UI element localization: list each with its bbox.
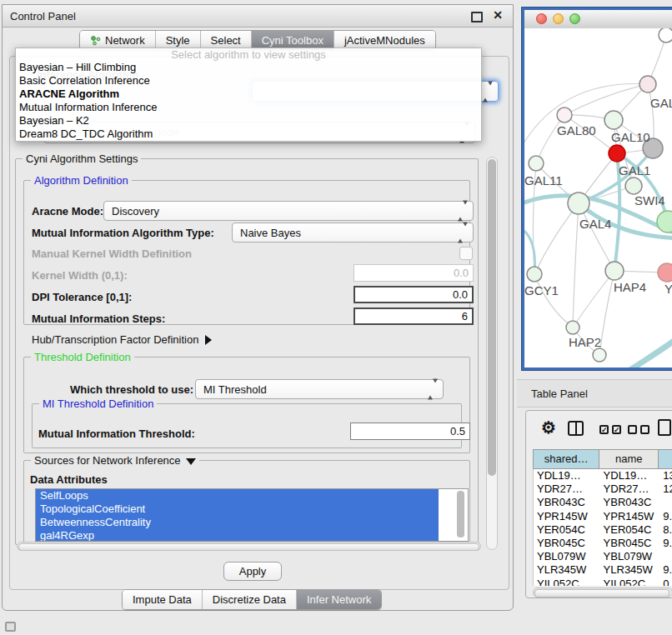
combo-stepper-icon [483,85,493,98]
checked-checkbox-icon[interactable]: ✓ [612,425,621,434]
table-row[interactable]: YLR345W YLR345W 9. [534,563,672,577]
node-label: HAP4 [614,280,646,294]
hub-definition-expander[interactable]: Hub/Transcription Factor Definition [32,333,212,346]
aracne-mode-combo[interactable]: Discovery [103,201,474,221]
kernel-width-label: Kernel Width (0,1): [32,269,128,282]
network-node[interactable] [604,111,623,129]
node-label: HAP2 [569,335,601,349]
scrollbar-thumb[interactable] [488,159,496,476]
algorithm-option-selected[interactable]: ARACNE Algorithm [16,88,481,101]
minimize-traffic-light-icon[interactable] [553,13,564,24]
close-icon[interactable]: ✕ [493,8,503,22]
scrollbar-thumb[interactable] [534,589,669,598]
network-node[interactable] [593,348,606,362]
tab-impute-data[interactable]: Impute Data [123,590,203,609]
table-horizontal-scrollbar[interactable] [533,588,672,598]
table-panel: ⚙ ✓ ✓ shared… name YDL19… YDL19… 13 YDR2… [525,410,672,598]
manual-kernel-checkbox[interactable] [459,247,473,260]
combo-stepper-icon [428,383,438,396]
list-item[interactable]: SelfLoops [36,489,439,502]
checked-checkbox-icon[interactable]: ✓ [599,425,609,434]
apply-button[interactable]: Apply [223,562,282,581]
network-view-window: GAL GAL80 GAL10 GAL1 GAL11 SWI4 GAL4 GCY… [521,7,672,371]
dpi-tolerance-label: DPI Tolerance [0,1]: [32,291,132,303]
node-label: GAL10 [611,130,650,144]
gear-icon[interactable]: ⚙ [541,418,556,438]
data-attributes-label: Data Attributes [30,473,108,486]
expand-arrow-icon [205,335,212,345]
network-node[interactable] [568,192,589,214]
algorithm-option[interactable]: Mutual Information Inference [16,101,481,114]
table-row[interactable]: YDR27… YDR27… 12 [534,482,672,496]
data-attributes-list: SelfLoops TopologicalCoefficient Between… [35,488,469,542]
screen: Control Panel ✕ Network Style Select Cyn… [0,0,672,635]
network-node[interactable] [639,76,656,92]
table-row[interactable]: YER054C YER054C 8. [534,523,672,537]
column-header[interactable]: name [599,450,659,468]
mi-type-combo[interactable]: Naive Bayes [232,222,474,242]
mi-type-label: Mutual Information Algorithm Type: [32,227,214,239]
mi-steps-label: Mutual Information Steps: [32,312,165,325]
close-traffic-light-icon[interactable] [536,13,547,24]
aracne-mode-label: Aracne Mode: [32,205,103,218]
table-row[interactable]: YBR043C YBR043C [534,496,672,509]
list-item[interactable]: gal4RGexp [36,529,439,542]
node-label: GAL1 [619,163,650,178]
network-window-titlebar [524,10,672,29]
network-node[interactable] [659,28,672,42]
tab-discretize-data[interactable]: Discretize Data [203,590,297,609]
column-header[interactable]: shared… [534,450,599,468]
node-label: GCY1 [524,283,559,298]
list-scrollbar[interactable] [457,491,464,538]
dpi-tolerance-field[interactable]: 0.0 [354,286,474,303]
node-label: GAL4 [579,217,611,231]
window-icon[interactable] [5,622,16,632]
network-node-selected[interactable] [609,145,625,162]
algorithm-option[interactable]: Bayesian – Hill Climbing [16,61,481,74]
kernel-width-field[interactable]: 0.0 [354,264,474,282]
algorithm-option[interactable]: Bayesian – K2 [16,114,481,128]
vertical-scrollbar[interactable] [486,157,498,550]
network-node[interactable] [658,263,672,282]
float-window-icon[interactable] [471,12,483,22]
algorithm-dropdown-popup: Select algorithm to view settings Bayesi… [15,48,482,142]
document-icon[interactable] [658,419,671,436]
manual-kernel-label: Manual Kernel Width Definition [32,248,192,260]
columns-icon[interactable] [568,421,584,436]
algorithm-option[interactable]: Dream8 DC_TDC Algorithm [16,128,481,141]
combo-stepper-icon [458,205,468,218]
table-row[interactable]: YIL052C YIL052C 0. [534,578,672,587]
table-row[interactable]: YPR145W YPR145W 9. [534,510,672,523]
table-row[interactable]: YBL079W YBL079W [534,550,672,563]
network-node[interactable] [557,108,572,122]
node-label: GAL80 [557,123,596,138]
unchecked-checkbox-icon[interactable] [640,425,649,434]
network-node[interactable] [566,321,579,334]
dropdown-placeholder: Select algorithm to view settings [16,48,481,61]
combo-stepper-icon [458,227,468,239]
node-label: GAL [650,96,672,110]
table-row[interactable]: YDL19… YDL19… 13 [534,469,672,482]
zoom-traffic-light-icon[interactable] [569,13,580,24]
network-node[interactable] [529,156,544,171]
network-node[interactable] [657,211,672,232]
list-item[interactable]: TopologicalCoefficient [36,502,439,516]
list-item[interactable]: BetweennessCentrality [36,516,439,529]
node-label: GAL11 [524,173,563,188]
network-icon [90,35,101,46]
network-node[interactable] [527,267,542,282]
horizontal-scrollbar[interactable] [17,542,481,551]
unchecked-checkbox-icon[interactable] [628,425,637,434]
network-node[interactable] [625,178,642,194]
mi-threshold-field[interactable]: 0.5 [350,422,470,440]
which-threshold-combo[interactable]: MI Threshold [195,379,444,399]
table-row[interactable]: YBR045C YBR045C 9. [534,537,672,550]
scrollbar-thumb[interactable] [18,543,479,551]
algorithm-option[interactable]: Basic Correlation Inference [16,74,481,88]
network-node[interactable] [605,262,624,280]
mi-steps-field[interactable]: 6 [354,308,474,325]
network-canvas[interactable]: GAL GAL80 GAL10 GAL1 GAL11 SWI4 GAL4 GCY… [524,28,672,368]
tab-infer-network[interactable]: Infer Network [297,590,381,609]
table-panel-title: Table Panel [531,388,588,400]
column-header[interactable] [659,450,672,468]
